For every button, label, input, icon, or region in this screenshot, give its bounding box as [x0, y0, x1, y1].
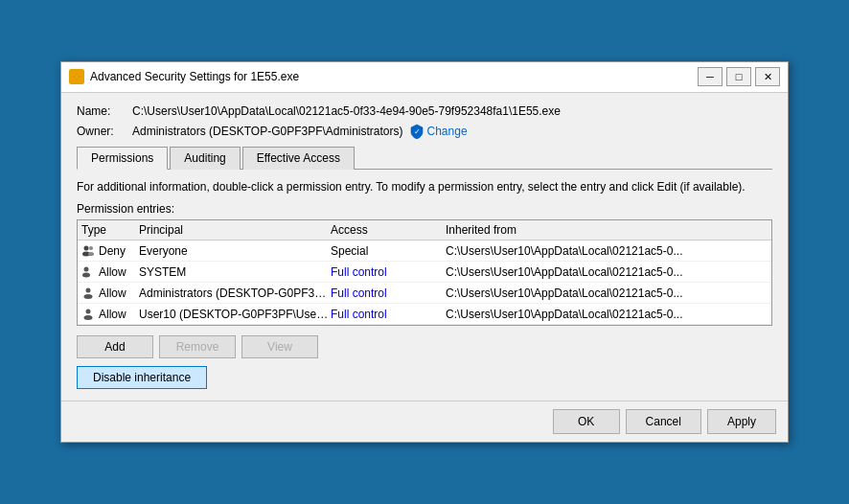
row0-inherited: C:\Users\User10\AppData\Local\02121ac5-0…: [446, 244, 768, 258]
user-icon: [81, 308, 95, 321]
dialog-content: Name: C:\Users\User10\AppData\Local\0212…: [61, 93, 788, 401]
svg-point-1: [84, 245, 89, 250]
row2-access: Full control: [331, 286, 446, 300]
row2-inherited: C:\Users\User10\AppData\Local\02121ac5-0…: [446, 286, 768, 300]
remove-button[interactable]: Remove: [159, 335, 236, 358]
close-button[interactable]: ✕: [755, 67, 780, 86]
action-buttons: Add Remove View: [77, 335, 772, 358]
col-header-inherited: Inherited from: [446, 223, 768, 237]
col-header-access: Access: [331, 223, 446, 237]
name-value: C:\Users\User10\AppData\Local\02121ac5-0…: [132, 104, 561, 118]
disable-inheritance-button[interactable]: Disable inheritance: [77, 366, 207, 389]
row1-inherited: C:\Users\User10\AppData\Local\02121ac5-0…: [446, 265, 768, 279]
tab-auditing[interactable]: Auditing: [170, 147, 240, 170]
main-window: Advanced Security Settings for 1E55.exe …: [60, 61, 789, 444]
owner-value: Administrators (DESKTOP-G0PF3PF\Administ…: [132, 125, 403, 138]
row0-type: Deny: [81, 244, 139, 258]
row1-access: Full control: [331, 265, 446, 279]
window-controls: ─ □ ✕: [698, 67, 780, 86]
section-label: Permission entries:: [77, 202, 772, 216]
table-row[interactable]: Allow Administrators (DESKTOP-G0PF3PF\Ad…: [78, 283, 771, 304]
name-field-row: Name: C:\Users\User10\AppData\Local\0212…: [77, 104, 772, 118]
table-header: Type Principal Access Inherited from: [78, 220, 771, 241]
permission-table: Type Principal Access Inherited from Den…: [77, 219, 772, 326]
row3-type: Allow: [81, 308, 139, 321]
owner-row: Administrators (DESKTOP-G0PF3PF\Administ…: [132, 124, 468, 139]
ok-button[interactable]: OK: [553, 409, 620, 434]
table-row[interactable]: Allow SYSTEM Full control C:\Users\User1…: [78, 262, 771, 283]
shield-icon: ✓: [409, 124, 424, 139]
svg-text:✓: ✓: [413, 127, 420, 136]
user-group-icon: [81, 244, 95, 258]
title-bar: Advanced Security Settings for 1E55.exe …: [61, 62, 788, 93]
owner-field-row: Owner: Administrators (DESKTOP-G0PF3PF\A…: [77, 124, 772, 139]
add-button[interactable]: Add: [77, 335, 153, 358]
row0-principal: Everyone: [139, 244, 331, 258]
owner-label: Owner:: [77, 125, 125, 138]
row3-access: Full control: [331, 308, 446, 321]
row1-type: Allow: [81, 265, 139, 279]
change-link[interactable]: ✓ Change: [409, 124, 468, 139]
svg-point-6: [82, 272, 90, 277]
col-header-type: Type: [81, 223, 139, 237]
row3-principal: User10 (DESKTOP-G0PF3PF\User10): [139, 308, 331, 321]
minimize-button[interactable]: ─: [698, 67, 723, 86]
row1-principal: SYSTEM: [139, 265, 331, 279]
tab-effective-access[interactable]: Effective Access: [242, 147, 355, 170]
table-row[interactable]: Deny Everyone Special C:\Users\User10\Ap…: [78, 241, 771, 262]
svg-point-7: [86, 287, 91, 292]
name-label: Name:: [77, 104, 125, 118]
inheritance-row: Disable inheritance: [77, 366, 772, 389]
table-row[interactable]: Allow User10 (DESKTOP-G0PF3PF\User10) Fu…: [78, 304, 771, 325]
svg-point-9: [86, 309, 91, 313]
computer-icon: [81, 265, 95, 279]
view-button[interactable]: View: [241, 335, 318, 358]
col-header-principal: Principal: [139, 223, 331, 237]
user-icon: [81, 286, 95, 300]
cancel-button[interactable]: Cancel: [626, 409, 701, 434]
window-title: Advanced Security Settings for 1E55.exe: [90, 70, 299, 83]
tab-permissions[interactable]: Permissions: [77, 147, 168, 170]
apply-button[interactable]: Apply: [707, 409, 776, 434]
svg-point-5: [84, 266, 89, 271]
svg-point-10: [84, 315, 93, 320]
tab-bar: Permissions Auditing Effective Access: [77, 147, 772, 170]
dialog-footer: OK Cancel Apply: [61, 401, 788, 442]
description-text: For additional information, double-click…: [77, 179, 772, 195]
svg-point-3: [89, 246, 93, 250]
row3-inherited: C:\Users\User10\AppData\Local\02121ac5-0…: [446, 308, 768, 321]
row2-type: Allow: [81, 286, 139, 300]
window-icon: [69, 69, 84, 84]
row0-access: Special: [331, 244, 446, 258]
svg-point-8: [84, 294, 93, 299]
svg-point-4: [88, 252, 94, 256]
change-label[interactable]: Change: [427, 125, 468, 138]
row2-principal: Administrators (DESKTOP-G0PF3PF\Admini..…: [139, 286, 331, 300]
maximize-button[interactable]: □: [726, 67, 751, 86]
